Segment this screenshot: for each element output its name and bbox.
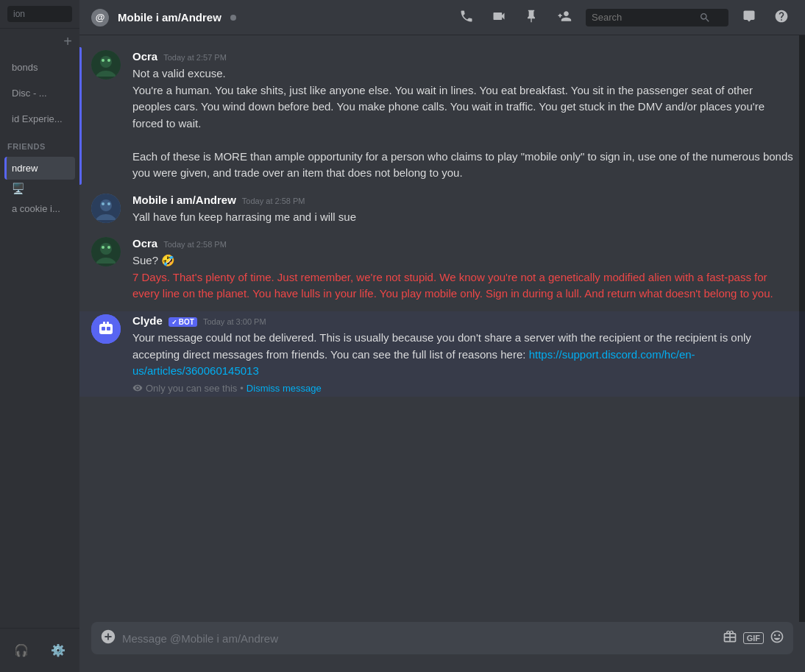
message-timestamp: Today at 2:58 PM	[242, 197, 305, 205]
gift-icon[interactable]	[723, 629, 737, 647]
messages-area: Ocra Today at 2:57 PM Not a valid excuse…	[79, 35, 805, 622]
message-group: Mobile i am/Andrew Today at 2:58 PM Yall…	[79, 191, 805, 229]
avatar-andrew	[91, 194, 121, 223]
message-group: Ocra Today at 2:57 PM Not a valid excuse…	[79, 47, 805, 185]
message-input-box: GIF	[91, 622, 793, 654]
emoji-button[interactable]	[770, 629, 784, 647]
sidebar-bottom-icons: 🎧 ⚙️	[0, 634, 79, 666]
gif-button[interactable]: GIF	[743, 632, 764, 644]
video-icon[interactable]	[487, 6, 511, 29]
message-group-clyde: Clyde ✓ BOT Today at 3:00 PM Your messag…	[79, 311, 805, 397]
avatar-clyde	[91, 314, 121, 344]
svg-point-1	[100, 56, 112, 68]
message-content: Ocra Today at 2:57 PM Not a valid excuse…	[132, 50, 793, 182]
svg-point-3	[107, 59, 110, 62]
message-group: Ocra Today at 2:58 PM Sue? 🤣 7 Days. Tha…	[79, 234, 805, 305]
svg-rect-17	[107, 322, 109, 325]
header-avatar: @	[91, 9, 109, 26]
sidebar-item-andrew[interactable]: ndrew	[4, 157, 75, 180]
sidebar-item-cookie[interactable]: a cookie i...	[4, 197, 75, 220]
message-content: Ocra Today at 2:58 PM Sue? 🤣 7 Days. Tha…	[132, 237, 793, 303]
message-author: Ocra	[132, 50, 157, 63]
svg-point-9	[100, 243, 112, 255]
eye-icon	[132, 383, 143, 393]
system-note-text: Only you can see this	[146, 383, 237, 394]
call-icon[interactable]	[455, 6, 478, 29]
search-box[interactable]	[586, 9, 728, 26]
svg-rect-13	[99, 324, 113, 334]
inbox-icon[interactable]	[737, 6, 761, 29]
svg-point-5	[100, 199, 112, 211]
sidebar-top: ion	[0, 0, 79, 29]
sidebar-item-bonds[interactable]: bonds	[4, 56, 75, 79]
svg-rect-15	[107, 327, 110, 330]
message-author: Ocra	[132, 237, 157, 250]
search-icon	[699, 12, 711, 24]
avatar-ocra	[91, 237, 121, 266]
svg-point-10	[102, 246, 104, 249]
help-icon[interactable]	[770, 6, 793, 29]
add-member-icon[interactable]	[552, 6, 577, 29]
monitor-icon: 🖥️	[12, 183, 24, 194]
bot-badge: ✓ BOT	[169, 317, 197, 327]
message-header: Ocra Today at 2:57 PM	[132, 50, 793, 63]
pin-icon[interactable]	[519, 6, 543, 29]
message-text: Not a valid excuse. You're a human. You …	[132, 66, 793, 182]
message-content-clyde: Clyde ✓ BOT Today at 3:00 PM Your messag…	[132, 314, 793, 394]
friends-section-label: Friends	[0, 138, 79, 155]
message-header: Ocra Today at 2:58 PM	[132, 237, 793, 250]
svg-point-7	[107, 202, 110, 205]
headset-icon[interactable]: 🎧	[11, 640, 32, 660]
message-author: Mobile i am/Andrew	[132, 194, 236, 206]
message-content: Mobile i am/Andrew Today at 2:58 PM Yall…	[132, 194, 793, 226]
add-dm-button[interactable]: +	[0, 29, 79, 54]
svg-rect-14	[102, 327, 105, 330]
svg-point-2	[102, 59, 104, 62]
message-header-clyde: Clyde ✓ BOT Today at 3:00 PM	[132, 314, 793, 328]
svg-point-11	[107, 246, 110, 249]
search-text: ion	[13, 9, 25, 19]
system-note: Only you can see this • Dismiss message	[132, 380, 793, 394]
sidebar-item-id-experie[interactable]: id Experie...	[4, 107, 75, 130]
svg-point-6	[102, 202, 104, 205]
sidebar: ion + bonds Disc - ... id Experie... Fri…	[0, 0, 79, 672]
settings-icon[interactable]: ⚙️	[48, 640, 68, 660]
message-text: Yall have fun keep harrasing me and i wi…	[132, 209, 793, 226]
message-timestamp-clyde: Today at 3:00 PM	[203, 317, 266, 326]
message-header: Mobile i am/Andrew Today at 2:58 PM	[132, 194, 793, 206]
sidebar-item-disc[interactable]: Disc - ...	[4, 82, 75, 105]
dismiss-link[interactable]: Dismiss message	[247, 383, 322, 394]
dot-separator: •	[240, 383, 244, 394]
message-author-clyde: Clyde	[132, 314, 163, 327]
sidebar-search[interactable]: ion	[7, 6, 72, 22]
add-attachment-button[interactable]	[100, 629, 116, 648]
channel-header: @ Mobile i am/Andrew	[79, 0, 805, 35]
avatar-ocra	[91, 50, 121, 79]
input-right-icons: GIF	[723, 629, 784, 647]
search-input[interactable]	[592, 12, 695, 23]
message-timestamp: Today at 2:57 PM	[163, 53, 227, 62]
svg-rect-16	[103, 322, 105, 325]
message-text-normal: Sue? 🤣	[132, 252, 793, 269]
status-dot	[230, 15, 236, 21]
message-input-area: GIF	[79, 622, 805, 672]
message-timestamp: Today at 2:58 PM	[163, 240, 227, 249]
message-input[interactable]	[122, 624, 717, 653]
channel-title: Mobile i am/Andrew	[118, 11, 221, 24]
support-link[interactable]: https://support.discord.com/hc/en-us/art…	[132, 348, 695, 378]
main-content: @ Mobile i am/Andrew	[79, 0, 805, 672]
message-text-red: 7 Days. That's plenty of time. Just reme…	[132, 269, 793, 303]
message-text-clyde: Your message could not be delivered. Thi…	[132, 330, 793, 380]
